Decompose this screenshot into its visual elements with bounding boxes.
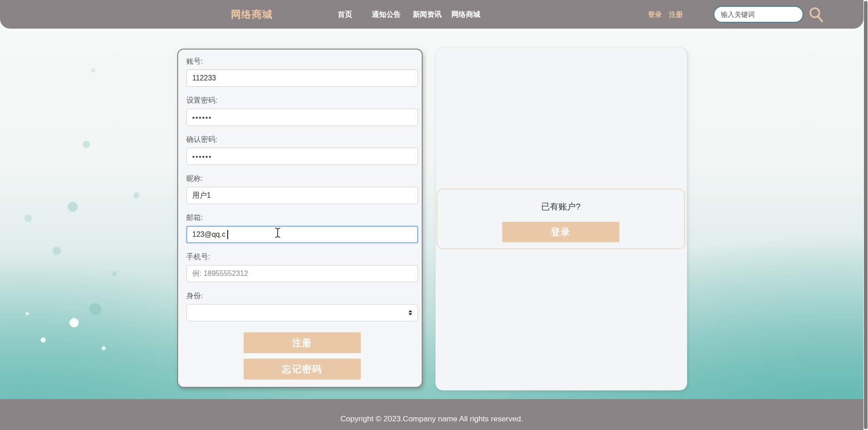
- login-button[interactable]: 登录: [502, 222, 619, 242]
- page: 网络商城 首页 通知公告 新闻资讯 网络商城 登录 注册 账号: 设置密码: 确…: [0, 0, 868, 430]
- login-panel-card: 已有账户? 登录: [435, 47, 687, 390]
- nav-item-mall[interactable]: 网络商城: [451, 0, 480, 29]
- phone-input[interactable]: [186, 265, 418, 282]
- email-field-group: 邮箱:: [186, 213, 418, 243]
- main-content: 账号: 设置密码: 确认密码: 昵称: 邮箱: 手机号:: [0, 0, 868, 430]
- set-password-field-group: 设置密码:: [186, 96, 418, 126]
- account-label: 账号:: [186, 57, 418, 66]
- site-logo[interactable]: 网络商城: [231, 0, 273, 29]
- nav-item-notices[interactable]: 通知公告: [372, 0, 401, 29]
- nav-item-news[interactable]: 新闻资讯: [413, 0, 442, 29]
- footer: Copyright © 2023.Company name All rights…: [0, 399, 863, 430]
- nickname-label: 昵称:: [186, 174, 418, 183]
- email-input[interactable]: [186, 226, 418, 243]
- phone-label: 手机号:: [186, 252, 418, 261]
- account-field-group: 账号:: [186, 57, 418, 87]
- register-link[interactable]: 注册: [669, 0, 683, 29]
- identity-field-group: 身份:: [186, 291, 418, 321]
- nickname-input[interactable]: [186, 187, 418, 204]
- identity-select-wrap: [186, 304, 418, 321]
- register-form-card: 账号: 设置密码: 确认密码: 昵称: 邮箱: 手机号:: [177, 49, 423, 388]
- confirm-password-input[interactable]: [186, 148, 418, 165]
- set-password-label: 设置密码:: [186, 96, 418, 105]
- search-input[interactable]: [714, 7, 803, 22]
- phone-field-group: 手机号:: [186, 252, 418, 282]
- search-box: [713, 6, 803, 23]
- set-password-input[interactable]: [186, 109, 418, 126]
- form-buttons: 注册 忘记密码: [186, 332, 418, 380]
- text-caret: [227, 230, 228, 239]
- scrollbar: [863, 0, 868, 430]
- confirm-password-label: 确认密码:: [186, 135, 418, 144]
- confirm-password-field-group: 确认密码:: [186, 135, 418, 165]
- scrollbar-thumb[interactable]: [864, 1, 868, 429]
- copyright-text: Copyright © 2023.Company name All rights…: [0, 399, 863, 424]
- identity-select[interactable]: [186, 304, 418, 321]
- email-label: 邮箱:: [186, 213, 418, 222]
- existing-account-box: 已有账户? 登录: [437, 189, 685, 249]
- identity-label: 身份:: [186, 291, 418, 300]
- nav-item-home[interactable]: 首页: [338, 0, 352, 29]
- account-input[interactable]: [186, 70, 418, 87]
- nickname-field-group: 昵称:: [186, 174, 418, 204]
- login-link[interactable]: 登录: [648, 0, 662, 29]
- register-button[interactable]: 注册: [244, 332, 361, 353]
- existing-account-prompt: 已有账户?: [437, 201, 684, 213]
- search-icon[interactable]: [808, 6, 824, 23]
- forgot-password-button[interactable]: 忘记密码: [244, 359, 361, 380]
- top-navbar: 网络商城 首页 通知公告 新闻资讯 网络商城 登录 注册: [0, 0, 863, 29]
